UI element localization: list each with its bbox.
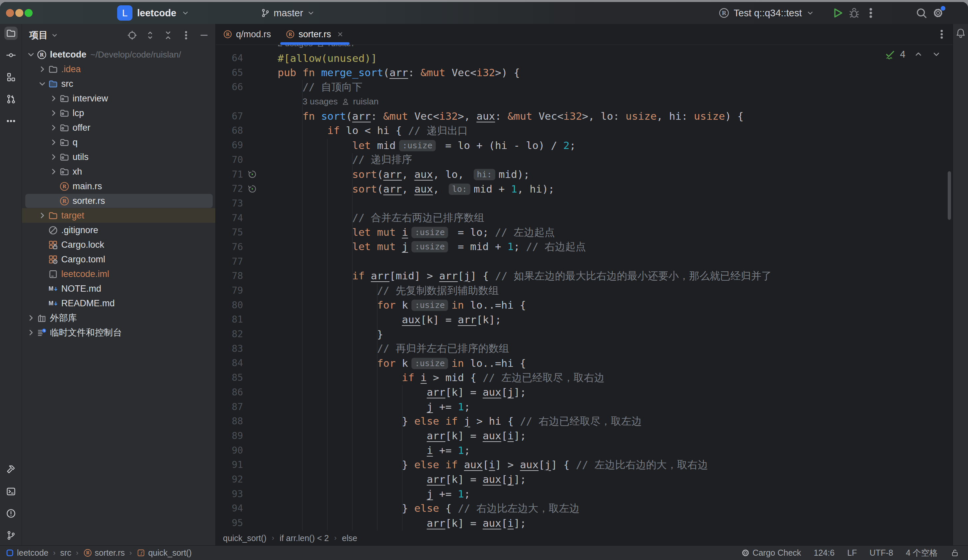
code-line[interactable]: 91 } else if aux[i] > aux[j] { // 左边比右边的… — [216, 458, 953, 472]
code-line[interactable]: 84 for k:usizein lo..=hi { — [216, 356, 953, 370]
line-number[interactable]: 68 — [216, 125, 243, 136]
tree-item-offer[interactable]: offer — [22, 121, 215, 135]
commit-icon[interactable] — [4, 48, 18, 62]
line-number[interactable]: 79 — [216, 285, 243, 296]
code-line[interactable]: 81 aux[k] = arr[k]; — [216, 312, 953, 327]
chevron-collapsed-icon[interactable] — [49, 93, 59, 103]
breadcrumb-item[interactable]: else — [342, 534, 357, 543]
tree-item-lcp[interactable]: lcp — [22, 106, 215, 121]
code-vision-line[interactable]: 3 usagesruislan — [216, 94, 953, 109]
code-line[interactable]: 66 // 自顶向下 — [216, 80, 953, 94]
git-branch-icon[interactable] — [4, 529, 18, 542]
tree-item-utils[interactable]: utils — [22, 150, 215, 164]
chevron-collapsed-icon[interactable] — [26, 313, 36, 323]
usages-hint[interactable]: 2 usages — [278, 45, 313, 48]
line-number[interactable]: 92 — [216, 474, 243, 485]
editor-scrollbar[interactable] — [948, 171, 951, 220]
terminal-icon[interactable] — [4, 485, 18, 498]
more-actions-button[interactable] — [864, 7, 877, 19]
code-line[interactable]: 88 } else if j > hi { // 右边已经取尽，取左边 — [216, 414, 953, 429]
chevron-collapsed-icon[interactable] — [26, 327, 36, 337]
line-number[interactable]: 67 — [216, 111, 243, 122]
structure-icon[interactable] — [4, 71, 18, 84]
window-minimize-button[interactable] — [15, 9, 23, 17]
line-number[interactable]: 75 — [216, 227, 243, 238]
problems-icon[interactable] — [4, 507, 18, 520]
line-number[interactable]: 80 — [216, 300, 243, 311]
code-line[interactable]: 78 if arr[mid] > arr[j] { // 如果左边的最大比右边的… — [216, 269, 953, 283]
code-line[interactable]: 95 arr[k] = aux[i]; — [216, 516, 953, 530]
code-line[interactable]: 89 arr[k] = aux[i]; — [216, 429, 953, 443]
breadcrumb-item[interactable]: if arr.len() < 2 — [280, 534, 329, 543]
status-widget-unlock[interactable] — [950, 548, 959, 557]
run-button[interactable] — [831, 7, 844, 19]
tree-item-q[interactable]: q — [22, 135, 215, 150]
chevron-collapsed-icon[interactable] — [37, 210, 47, 220]
code-line[interactable]: 65pub fn merge_sort(arr: &mut Vec<i32>) … — [216, 65, 953, 80]
code-line[interactable]: 86 arr[k] = aux[j]; — [216, 385, 953, 400]
code-vision-line[interactable]: 2 usagesruislan — [216, 45, 953, 51]
tree-item-外部库[interactable]: 外部库 — [22, 311, 215, 325]
code-line[interactable]: 85 if i > mid { // 左边已经取尽，取右边 — [216, 370, 953, 385]
code-line[interactable]: 94 } else { // 右边比左边大，取左边 — [216, 501, 953, 516]
chevron-down-icon[interactable] — [51, 31, 59, 39]
line-number[interactable]: 78 — [216, 270, 243, 281]
line-number[interactable]: 91 — [216, 459, 243, 470]
tree-item-xh[interactable]: xh — [22, 164, 215, 179]
code-line[interactable]: 79 // 先复制数据到辅助数组 — [216, 283, 953, 298]
line-number[interactable]: 95 — [216, 517, 243, 529]
line-number[interactable]: 94 — [216, 503, 243, 514]
line-number[interactable]: 73 — [216, 198, 243, 209]
inlay-hint[interactable]: lo: — [449, 183, 470, 195]
usages-hint[interactable]: 3 usages — [303, 96, 338, 107]
status-widget-Cargo Check[interactable]: Cargo Check — [741, 548, 801, 558]
line-number[interactable]: 84 — [216, 357, 243, 368]
line-number[interactable]: 82 — [216, 329, 243, 340]
author-hint[interactable]: ruislan — [328, 45, 354, 48]
hide-button[interactable] — [199, 30, 209, 41]
line-number[interactable]: 71 — [216, 169, 243, 180]
breadcrumb-item[interactable]: quick_sort() — [223, 534, 267, 543]
inlay-hint[interactable]: :usize — [411, 241, 448, 253]
recursive-call-icon[interactable] — [247, 169, 258, 180]
status-widget-124:6[interactable]: 124:6 — [814, 548, 835, 558]
tree-item-leetcode[interactable]: Rleetcode~/Develop/code/ruislan/ — [22, 47, 215, 62]
code-line[interactable]: 74 // 合并左右两边已排序数组 — [216, 210, 953, 225]
line-number[interactable]: 64 — [216, 53, 243, 63]
code-line[interactable]: 82 } — [216, 327, 953, 342]
tab-options-button[interactable] — [936, 29, 947, 40]
tree-item-target[interactable]: target — [22, 208, 215, 223]
next-problem-button[interactable] — [932, 49, 941, 59]
chevron-expanded-icon[interactable] — [37, 79, 47, 89]
build-hammer-icon[interactable] — [4, 463, 18, 476]
inlay-hint[interactable]: hi: — [474, 169, 495, 180]
recursive-call-icon[interactable] — [247, 183, 258, 194]
code-line[interactable]: 73 — [216, 196, 953, 211]
line-number[interactable]: 87 — [216, 401, 243, 412]
code-line[interactable]: 75 let mut i:usize = lo; // 左边起点 — [216, 225, 953, 240]
code-line[interactable]: 93 j += 1; — [216, 487, 953, 501]
chevron-collapsed-icon[interactable] — [49, 137, 59, 147]
inlay-hint[interactable]: :usize — [411, 358, 448, 369]
locate-button[interactable] — [127, 30, 138, 41]
code-line[interactable]: 83 // 再归并左右已排序的数组 — [216, 341, 953, 356]
code-line[interactable]: 72 sort(arr, aux, lo:mid + 1, hi); — [216, 182, 953, 196]
chevron-expanded-icon[interactable] — [26, 50, 36, 59]
status-widget-LF[interactable]: LF — [847, 548, 857, 558]
status-crumb-src[interactable]: src — [60, 548, 71, 558]
author-hint[interactable]: ruislan — [353, 96, 379, 107]
tree-item-leetcode.iml[interactable]: leetcode.iml — [22, 267, 215, 281]
chevron-collapsed-icon[interactable] — [37, 64, 47, 74]
vcs-branch-widget[interactable]: master — [260, 8, 315, 19]
status-crumb-leetcode[interactable]: leetcode — [5, 548, 49, 558]
debug-button[interactable] — [848, 7, 860, 19]
line-number[interactable]: 86 — [216, 387, 243, 398]
line-number[interactable]: 88 — [216, 416, 243, 427]
tree-item-临时文件和控制台[interactable]: 临时文件和控制台 — [22, 325, 215, 340]
tab-sorter.rs[interactable]: Rsorter.rs — [278, 24, 351, 45]
code-line[interactable]: 64#[allow(unused)] — [216, 51, 953, 66]
tab-q/mod.rs[interactable]: Rq/mod.rs — [216, 24, 278, 45]
code-editor[interactable]: 2 usagesruislan64#[allow(unused)]65pub f… — [216, 45, 953, 531]
kebab-button[interactable] — [181, 30, 191, 41]
line-number[interactable]: 81 — [216, 314, 243, 325]
